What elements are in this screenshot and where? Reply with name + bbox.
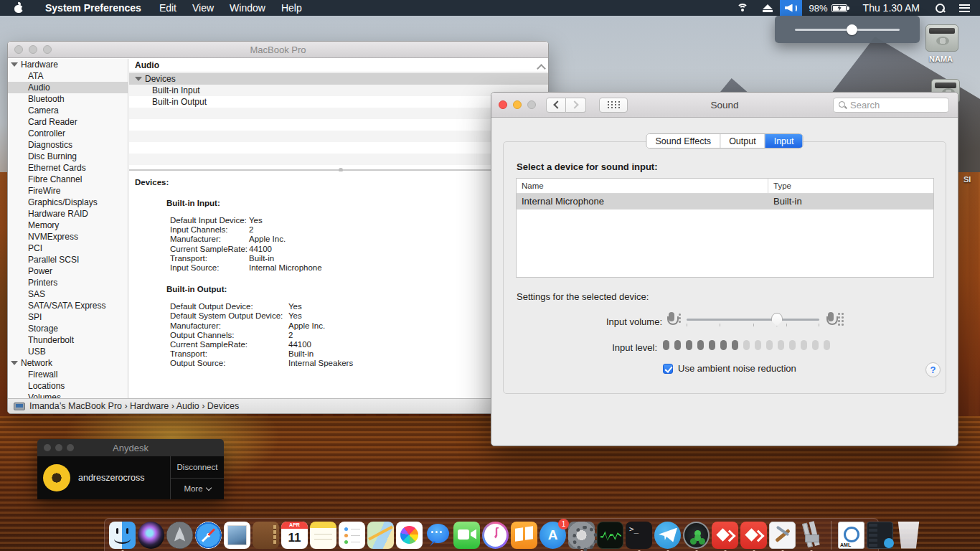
menu-clock[interactable]: Thu 1.30 AM xyxy=(854,2,928,14)
sidebar-item-thunderbolt[interactable]: Thunderbolt xyxy=(8,334,128,346)
sidebar-item-usb[interactable]: USB xyxy=(8,346,128,357)
tab-input[interactable]: Input xyxy=(765,134,803,148)
disconnect-button[interactable]: Disconnect xyxy=(171,456,224,478)
dock-icon-anydesk-2[interactable] xyxy=(740,522,767,549)
sidebar-item-diagnostics[interactable]: Diagnostics xyxy=(8,139,128,151)
dock-icon-ibooks[interactable] xyxy=(511,522,537,549)
dock-icon-calendar[interactable]: APR 11 xyxy=(281,522,308,549)
tree-group-devices[interactable]: Devices xyxy=(129,73,548,85)
disclosure-triangle-icon[interactable] xyxy=(135,77,142,81)
sidebar-item-hardware-raid[interactable]: Hardware RAID xyxy=(8,208,128,220)
dock-icon-terminal[interactable]: >_ xyxy=(626,522,652,549)
sidebar-item-card-reader[interactable]: Card Reader xyxy=(8,116,128,128)
sidebar-item-camera[interactable]: Camera xyxy=(8,105,128,116)
sidebar-item-parallel-scsi[interactable]: Parallel SCSI xyxy=(8,254,128,265)
notification-center-icon[interactable] xyxy=(952,0,980,16)
forward-button[interactable] xyxy=(566,98,586,113)
sidebar-item-storage[interactable]: Storage xyxy=(8,323,128,334)
more-button[interactable]: More xyxy=(171,478,224,500)
dock-icon-system-preferences[interactable] xyxy=(568,522,595,549)
sidebar-item-fibre-channel[interactable]: Fibre Channel xyxy=(8,174,128,185)
volume-popup-knob[interactable] xyxy=(847,24,857,35)
scroll-up-indicator[interactable] xyxy=(538,64,544,70)
column-type[interactable]: Type xyxy=(768,179,933,193)
dock-icon-clover[interactable] xyxy=(683,522,710,549)
dock-icon-siri[interactable] xyxy=(138,522,164,549)
slider-track[interactable] xyxy=(687,319,819,321)
sidebar-item-volumes[interactable]: Volumes xyxy=(8,392,128,398)
show-all-button[interactable] xyxy=(599,98,628,113)
sysinfo-titlebar[interactable]: MacBook Pro xyxy=(8,42,548,58)
dock-icon-messages[interactable] xyxy=(425,522,451,549)
dock-icon-launchpad[interactable] xyxy=(166,522,193,549)
dock-icon-maps[interactable] xyxy=(367,522,394,549)
volume-menu-icon[interactable] xyxy=(780,0,802,16)
desktop-drive-icon-nama[interactable] xyxy=(925,24,958,52)
sidebar-item-locations[interactable]: Locations xyxy=(8,380,128,392)
input-volume-slider[interactable] xyxy=(687,312,819,328)
pane-splitter[interactable] xyxy=(129,169,548,171)
dock-icon-mail[interactable] xyxy=(224,522,250,549)
dock-icon-anydesk[interactable] xyxy=(712,522,738,549)
tab-sound-effects[interactable]: Sound Effects xyxy=(647,134,721,148)
help-button[interactable]: ? xyxy=(925,362,941,377)
search-input[interactable]: Search xyxy=(833,98,949,113)
sidebar-item-sata[interactable]: SATA/SATA Express xyxy=(8,300,128,311)
dock-icon-reminders[interactable] xyxy=(339,522,365,549)
sidebar-item-sas[interactable]: SAS xyxy=(8,288,128,300)
sidebar-item-nvmexpress[interactable]: NVMExpress xyxy=(8,231,128,242)
dock-icon-contacts[interactable] xyxy=(253,522,279,549)
anydesk-titlebar[interactable]: Anydesk xyxy=(37,439,224,456)
sidebar-item-audio[interactable]: Audio xyxy=(8,82,128,93)
dock-icon-finder[interactable] xyxy=(109,522,136,549)
dock-icon-aml-document[interactable]: AML xyxy=(838,522,864,549)
column-name[interactable]: Name xyxy=(517,179,768,193)
menu-view[interactable]: View xyxy=(184,0,222,16)
back-button[interactable] xyxy=(546,98,566,113)
menu-help[interactable]: Help xyxy=(273,0,310,16)
dock-icon-developer-tools[interactable] xyxy=(769,522,796,549)
sidebar-item-firewire[interactable]: FireWire xyxy=(8,185,128,197)
sidebar-item-spi[interactable]: SPI xyxy=(8,311,128,323)
table-row[interactable]: Internal Microphone Built-in xyxy=(517,194,933,209)
ambient-noise-checkbox[interactable] xyxy=(663,364,673,374)
sidebar-group-network[interactable]: Network xyxy=(8,357,128,369)
sidebar-item-ethernet-cards[interactable]: Ethernet Cards xyxy=(8,162,128,174)
volume-popup-track[interactable] xyxy=(795,29,900,31)
dock-icon-caliper-tool[interactable] xyxy=(798,522,824,549)
sidebar-group-hardware[interactable]: Hardware xyxy=(8,59,128,70)
sidebar-item-printers[interactable]: Printers xyxy=(8,277,128,288)
dock-icon-facetime[interactable] xyxy=(453,522,480,549)
dock-icon-minimized-window[interactable] xyxy=(867,522,893,549)
tree-item-built-in-input[interactable]: Built-in Input xyxy=(129,85,548,96)
dock-icon-photos[interactable] xyxy=(396,522,423,549)
tab-output[interactable]: Output xyxy=(720,134,765,148)
menu-app-name[interactable]: System Preferences xyxy=(37,0,151,16)
menu-window[interactable]: Window xyxy=(222,0,273,16)
sidebar-item-memory[interactable]: Memory xyxy=(8,220,128,231)
sidebar-item-graphics-displays[interactable]: Graphics/Displays xyxy=(8,197,128,208)
eject-icon[interactable] xyxy=(755,0,780,16)
battery-status[interactable]: 98% xyxy=(802,0,854,16)
wifi-icon[interactable] xyxy=(730,0,755,16)
menu-edit[interactable]: Edit xyxy=(151,0,184,16)
dock-icon-notes[interactable] xyxy=(310,522,336,549)
spotlight-icon[interactable] xyxy=(928,0,952,16)
sidebar-item-ata[interactable]: ATA xyxy=(8,70,128,82)
sidebar-item-bluetooth[interactable]: Bluetooth xyxy=(8,93,128,105)
dock-icon-trash[interactable] xyxy=(895,522,922,549)
dock-icon-app-store[interactable]: A 1 xyxy=(540,522,566,549)
disclosure-triangle-icon[interactable] xyxy=(11,361,18,365)
tree-item-built-in-output[interactable]: Built-in Output xyxy=(129,96,548,108)
dock-icon-activity-monitor[interactable] xyxy=(597,522,623,549)
apple-menu-icon[interactable] xyxy=(14,3,24,13)
sidebar-item-power[interactable]: Power xyxy=(8,265,128,277)
sidebar-item-disc-burning[interactable]: Disc Burning xyxy=(8,151,128,162)
disclosure-triangle-icon[interactable] xyxy=(11,62,18,67)
sidebar-item-pci[interactable]: PCI xyxy=(8,242,128,254)
sidebar-item-controller[interactable]: Controller xyxy=(8,128,128,139)
sound-titlebar[interactable]: Sound Search xyxy=(491,93,958,118)
sidebar-item-firewall[interactable]: Firewall xyxy=(8,369,128,380)
dock-icon-safari[interactable] xyxy=(195,522,222,549)
dock-icon-itunes[interactable] xyxy=(482,522,509,549)
